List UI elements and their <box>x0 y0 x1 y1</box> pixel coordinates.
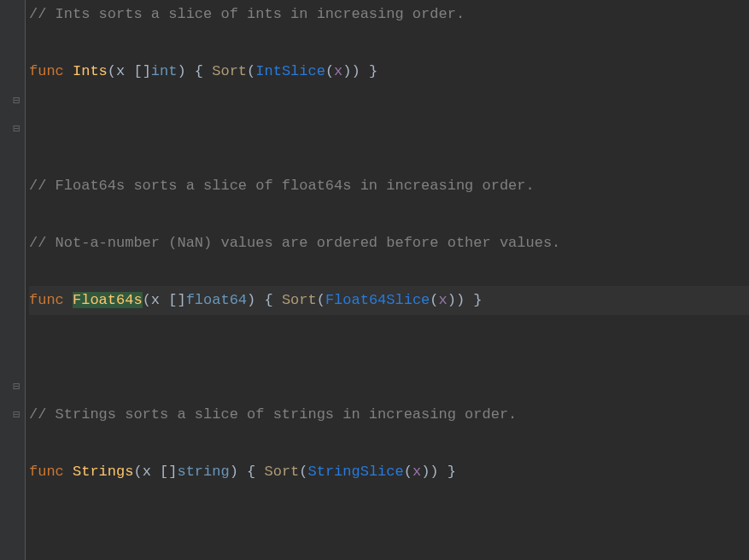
code-token: // Not-a-number (NaN) values are ordered… <box>29 235 560 251</box>
code-token <box>273 292 282 308</box>
code-token: ) <box>430 464 438 480</box>
code-token: x <box>439 292 448 308</box>
code-token <box>255 464 264 480</box>
code-line[interactable] <box>29 343 749 372</box>
code-token: func <box>29 63 64 79</box>
code-token: int <box>151 63 178 79</box>
fold-close-icon[interactable]: ⊟ <box>10 409 22 421</box>
code-token: } <box>473 292 482 308</box>
code-token: Strings <box>73 464 133 480</box>
code-token: x <box>334 63 342 79</box>
code-token: [] <box>125 63 151 79</box>
code-token: Sort <box>212 63 247 79</box>
code-line[interactable]: // Strings sorts a slice of strings in i… <box>29 400 749 429</box>
code-token: ) <box>177 63 185 79</box>
code-token: float64 <box>186 292 247 308</box>
code-token: Ints <box>73 63 108 79</box>
code-token: ( <box>143 292 151 308</box>
code-token: x <box>116 63 125 79</box>
code-line[interactable]: // Not-a-number (NaN) values are ordered… <box>29 229 749 258</box>
code-token: } <box>369 63 377 79</box>
code-token <box>439 464 448 480</box>
code-token: ) <box>421 464 430 480</box>
code-token: { <box>195 63 203 79</box>
code-token: func <box>29 292 64 308</box>
code-token: ( <box>317 292 325 308</box>
code-editor[interactable]: ⊟⊟⊟⊟ // Ints sorts a slice of ints in in… <box>0 0 749 560</box>
code-token <box>255 292 264 308</box>
code-line[interactable]: // Ints sorts a slice of ints in increas… <box>29 0 749 29</box>
code-token: ( <box>247 63 255 79</box>
code-token <box>465 292 473 308</box>
code-token: [] <box>151 464 178 480</box>
code-token <box>186 63 195 79</box>
code-token: // Strings sorts a slice of strings in i… <box>29 406 517 423</box>
code-line[interactable] <box>29 114 749 143</box>
code-token <box>64 292 73 308</box>
code-area[interactable]: // Ints sorts a slice of ints in increas… <box>26 0 749 560</box>
code-token: ) <box>456 292 465 308</box>
code-token: ) <box>247 292 255 308</box>
gutter: ⊟⊟⊟⊟ <box>0 0 26 560</box>
code-token <box>238 464 247 480</box>
code-token: string <box>177 464 229 480</box>
code-token: { <box>247 464 255 480</box>
code-token: IntSlice <box>255 63 325 79</box>
code-token: ( <box>108 63 116 79</box>
code-token <box>64 63 73 79</box>
code-token: } <box>448 464 456 480</box>
code-line[interactable] <box>29 515 749 544</box>
code-token <box>64 464 73 480</box>
code-token: ( <box>404 464 413 480</box>
code-line[interactable]: func Ints(x []int) { Sort(IntSlice(x)) } <box>29 57 749 86</box>
code-token: Float64Slice <box>325 292 430 308</box>
code-token: ( <box>325 63 334 79</box>
code-line[interactable]: func Float64s(x []float64) { Sort(Float6… <box>29 286 749 315</box>
code-token: Sort <box>282 292 317 308</box>
code-token <box>203 63 212 79</box>
fold-open-icon[interactable]: ⊟ <box>10 381 22 393</box>
fold-close-icon[interactable]: ⊟ <box>10 123 22 135</box>
code-token: x <box>151 292 160 308</box>
code-token: Sort <box>264 464 299 480</box>
code-token: func <box>29 464 64 480</box>
code-token: // Float64s sorts a slice of float64s in… <box>29 178 535 194</box>
code-token: { <box>264 292 272 308</box>
code-token: x <box>413 464 421 480</box>
code-line[interactable]: // Float64s sorts a slice of float64s in… <box>29 172 749 201</box>
code-token: x <box>143 464 151 480</box>
code-token: ) <box>448 292 456 308</box>
code-token: Float64s <box>73 292 143 308</box>
code-token: ) <box>342 63 351 79</box>
code-token: ) <box>230 464 238 480</box>
code-token: [] <box>160 292 186 308</box>
fold-open-icon[interactable]: ⊟ <box>10 95 22 107</box>
code-token: ( <box>299 464 307 480</box>
code-line[interactable]: func Strings(x []string) { Sort(StringSl… <box>29 458 749 487</box>
code-token <box>360 63 369 79</box>
code-token: ) <box>352 63 360 79</box>
code-token: ( <box>430 292 438 308</box>
code-token: ( <box>133 464 142 480</box>
code-token: // Ints sorts a slice of ints in increas… <box>29 6 465 22</box>
code-token: StringSlice <box>308 464 404 480</box>
